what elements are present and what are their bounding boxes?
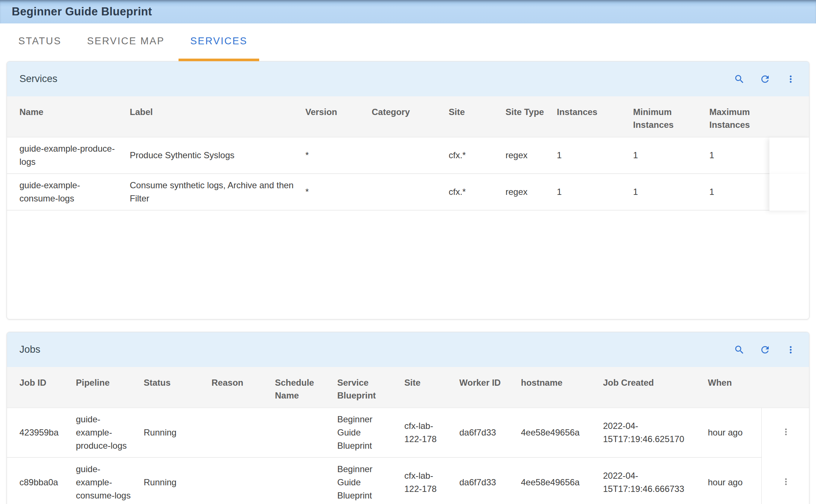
job-when: hour ago <box>702 408 761 458</box>
job-actions-cell <box>761 408 809 458</box>
service-row: guide-example-produce-logs Produce Sythe… <box>7 137 809 174</box>
kebab-menu-icon[interactable] <box>785 344 797 356</box>
col-minimum-instances: Minimum Instances <box>627 96 703 137</box>
col-site: Site <box>398 367 453 408</box>
service-label: Produce Sythentic Syslogs <box>124 137 299 174</box>
job-hostname: 4ee58e49656a <box>515 458 597 504</box>
job-id: 423959ba <box>7 408 70 458</box>
job-pipeline: guide-example-consume-logs <box>70 458 138 504</box>
service-site-type: regex <box>500 137 551 174</box>
service-label: Consume synthetic logs, Archive and then… <box>124 174 299 211</box>
job-when: hour ago <box>702 458 761 504</box>
col-worker-id: Worker ID <box>453 367 515 408</box>
job-reason <box>206 458 269 504</box>
job-schedule-name <box>269 408 331 458</box>
job-status: Running <box>138 408 206 458</box>
col-actions <box>761 367 809 408</box>
col-site-type: Site Type <box>500 96 551 137</box>
service-category <box>366 137 443 174</box>
jobs-header-row: Job ID Pipeline Status Reason Schedule N… <box>7 367 809 408</box>
service-row: guide-example-consume-logs Consume synth… <box>7 174 809 211</box>
service-instances: 1 <box>551 137 627 174</box>
col-version: Version <box>299 96 366 137</box>
col-job-created: Job Created <box>597 367 702 408</box>
service-site-type: regex <box>500 174 551 211</box>
job-service-blueprint: Beginner Guide Blueprint <box>331 458 398 504</box>
service-actions-cell <box>769 137 809 174</box>
tab-service-map[interactable]: SERVICE MAP <box>76 23 177 61</box>
job-schedule-name <box>269 458 331 504</box>
page-title: Beginner Guide Blueprint <box>12 5 152 18</box>
service-version: * <box>299 137 366 174</box>
col-actions <box>769 96 809 137</box>
service-name: guide-example-consume-logs <box>7 174 124 211</box>
row-kebab-menu-icon[interactable] <box>780 426 792 438</box>
col-label: Label <box>124 96 299 137</box>
col-category: Category <box>366 96 443 137</box>
col-name: Name <box>7 96 124 137</box>
jobs-panel-header: Jobs <box>7 332 809 367</box>
services-table-area: Name Label Version Category Site Site Ty… <box>7 96 809 319</box>
service-maximum-instances: 1 <box>703 174 769 211</box>
search-icon[interactable] <box>734 344 745 356</box>
services-toolbar <box>734 73 797 85</box>
jobs-panel: Jobs Job ID Pipeline <box>7 332 809 504</box>
service-version: * <box>299 174 366 211</box>
job-reason <box>206 408 269 458</box>
row-kebab-menu-icon[interactable] <box>780 475 792 488</box>
services-panel: Services Name Label <box>7 61 809 319</box>
refresh-icon[interactable] <box>759 344 771 356</box>
col-when: When <box>702 367 761 408</box>
services-panel-title: Services <box>19 73 58 85</box>
services-header-row: Name Label Version Category Site Site Ty… <box>7 96 809 137</box>
job-worker-id: da6f7d33 <box>453 458 515 504</box>
service-site: cfx.* <box>443 174 500 211</box>
jobs-table: Job ID Pipeline Status Reason Schedule N… <box>7 367 809 504</box>
job-site: cfx-lab-122-178 <box>398 458 453 504</box>
col-maximum-instances: Maximum Instances <box>703 96 769 137</box>
col-status: Status <box>138 367 206 408</box>
service-category <box>366 174 443 211</box>
service-minimum-instances: 1 <box>627 174 703 211</box>
job-service-blueprint: Beginner Guide Blueprint <box>331 408 398 458</box>
jobs-toolbar <box>734 344 797 356</box>
kebab-menu-icon[interactable] <box>785 73 797 85</box>
job-created: 2022-04-15T17:19:46.666733 <box>597 458 702 504</box>
job-row: c89bba0a guide-example-consume-logs Runn… <box>7 458 809 504</box>
jobs-table-area: Job ID Pipeline Status Reason Schedule N… <box>7 367 809 504</box>
col-reason: Reason <box>206 367 269 408</box>
col-hostname: hostname <box>515 367 597 408</box>
services-table: Name Label Version Category Site Site Ty… <box>7 96 809 211</box>
col-schedule-name: Schedule Name <box>269 367 331 408</box>
service-site: cfx.* <box>443 137 500 174</box>
col-instances: Instances <box>551 96 627 137</box>
job-worker-id: da6f7d33 <box>453 408 515 458</box>
jobs-panel-title: Jobs <box>19 344 40 355</box>
tab-status[interactable]: STATUS <box>7 23 73 61</box>
service-actions-cell <box>769 174 809 211</box>
service-maximum-instances: 1 <box>703 137 769 174</box>
service-instances: 1 <box>551 174 627 211</box>
page-header: Beginner Guide Blueprint <box>0 0 816 23</box>
refresh-icon[interactable] <box>759 73 771 85</box>
job-status: Running <box>138 458 206 504</box>
job-id: c89bba0a <box>7 458 70 504</box>
job-actions-cell <box>761 458 809 504</box>
col-service-blueprint: Service Blueprint <box>331 367 398 408</box>
search-icon[interactable] <box>734 73 745 85</box>
job-site: cfx-lab-122-178 <box>398 408 453 458</box>
service-name: guide-example-produce-logs <box>7 137 124 174</box>
service-minimum-instances: 1 <box>627 137 703 174</box>
job-hostname: 4ee58e49656a <box>515 408 597 458</box>
tab-bar: STATUS SERVICE MAP SERVICES <box>0 23 816 61</box>
col-site: Site <box>443 96 500 137</box>
job-created: 2022-04-15T17:19:46.625170 <box>597 408 702 458</box>
tab-services[interactable]: SERVICES <box>179 23 259 61</box>
col-pipeline: Pipeline <box>70 367 138 408</box>
services-panel-header: Services <box>7 62 809 96</box>
col-job-id: Job ID <box>7 367 70 408</box>
job-row: 423959ba guide-example-produce-logs Runn… <box>7 408 809 458</box>
job-pipeline: guide-example-produce-logs <box>70 408 138 458</box>
